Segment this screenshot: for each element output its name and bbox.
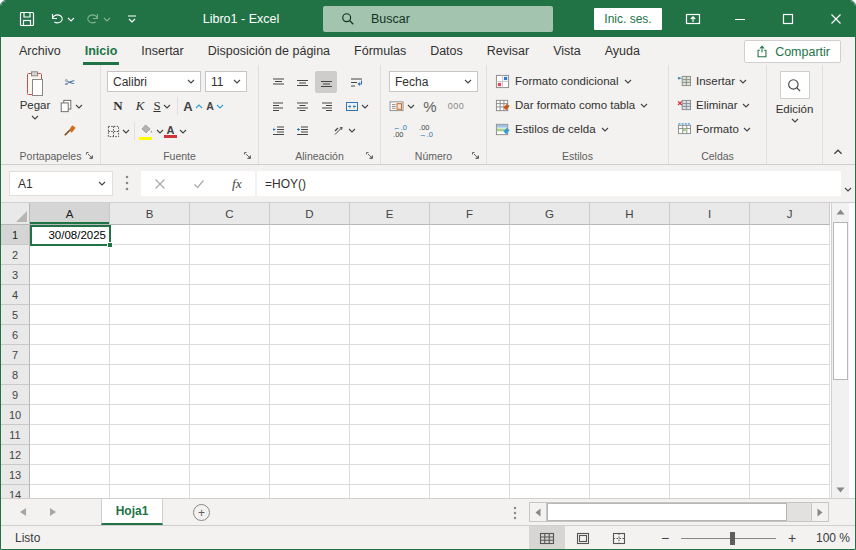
tab-inicio[interactable]: Inicio [73, 37, 130, 65]
zoom-out-button[interactable]: − [659, 530, 671, 546]
fill-color-button[interactable] [139, 120, 164, 142]
cell-D4[interactable] [270, 285, 350, 305]
cell-B7[interactable] [110, 345, 190, 365]
scroll-up-button[interactable] [832, 203, 849, 220]
cell-B3[interactable] [110, 265, 190, 285]
zoom-slider-thumb[interactable] [730, 532, 735, 545]
cell-I12[interactable] [670, 445, 750, 465]
cell-F7[interactable] [430, 345, 510, 365]
cell-C8[interactable] [190, 365, 270, 385]
row-header-9[interactable]: 9 [1, 385, 30, 405]
cell-J13[interactable] [750, 465, 830, 485]
cell-J12[interactable] [750, 445, 830, 465]
cell-C9[interactable] [190, 385, 270, 405]
cell-B2[interactable] [110, 245, 190, 265]
borders-button[interactable] [107, 120, 130, 142]
select-all-button[interactable] [1, 203, 30, 225]
cell-I9[interactable] [670, 385, 750, 405]
cell-E6[interactable] [350, 325, 430, 345]
cell-J6[interactable] [750, 325, 830, 345]
column-header-B[interactable]: B [110, 203, 190, 225]
font-name-dropdown[interactable]: Calibri [107, 71, 201, 92]
cell-I6[interactable] [670, 325, 750, 345]
cell-F12[interactable] [430, 445, 510, 465]
cell-H1[interactable] [590, 225, 670, 245]
cell-C11[interactable] [190, 425, 270, 445]
row-header-11[interactable]: 11 [1, 425, 30, 445]
cell-I14[interactable] [670, 485, 750, 498]
share-button[interactable]: Compartir [744, 40, 841, 63]
cell-G5[interactable] [510, 305, 590, 325]
cell-G7[interactable] [510, 345, 590, 365]
next-sheet-button[interactable] [49, 507, 57, 517]
cell-D7[interactable] [270, 345, 350, 365]
cell-E5[interactable] [350, 305, 430, 325]
cell-E10[interactable] [350, 405, 430, 425]
increase-decimals-button[interactable]: ←.0.00 [389, 120, 411, 142]
cell-A9[interactable] [30, 385, 110, 405]
cell-E7[interactable] [350, 345, 430, 365]
cell-A7[interactable] [30, 345, 110, 365]
cell-C3[interactable] [190, 265, 270, 285]
column-header-E[interactable]: E [350, 203, 430, 225]
cell-styles-button[interactable]: Estilos de celda [487, 117, 668, 141]
column-header-H[interactable]: H [590, 203, 670, 225]
delete-cells-button[interactable]: Eliminar [669, 93, 766, 117]
cell-C5[interactable] [190, 305, 270, 325]
cancel-icon[interactable] [154, 178, 166, 190]
cell-E11[interactable] [350, 425, 430, 445]
cell-C4[interactable] [190, 285, 270, 305]
orientation-button[interactable] [333, 119, 356, 141]
cell-A5[interactable] [30, 305, 110, 325]
name-box[interactable]: A1 [9, 171, 113, 196]
cell-J5[interactable] [750, 305, 830, 325]
cell-F3[interactable] [430, 265, 510, 285]
cell-E4[interactable] [350, 285, 430, 305]
cell-A1[interactable]: 30/08/2025 [30, 225, 110, 245]
insert-function-button[interactable]: fx [232, 176, 242, 192]
underline-button[interactable]: S [151, 95, 173, 117]
expand-formula-bar-button[interactable] [844, 181, 852, 195]
font-size-dropdown[interactable]: 11 [205, 71, 247, 92]
row-header-10[interactable]: 10 [1, 405, 30, 425]
cell-G14[interactable] [510, 485, 590, 498]
cell-F11[interactable] [430, 425, 510, 445]
cell-I10[interactable] [670, 405, 750, 425]
cell-C7[interactable] [190, 345, 270, 365]
cell-H13[interactable] [590, 465, 670, 485]
cell-J1[interactable] [750, 225, 830, 245]
cell-G2[interactable] [510, 245, 590, 265]
close-button[interactable] [817, 1, 855, 37]
cell-A4[interactable] [30, 285, 110, 305]
cell-C1[interactable] [190, 225, 270, 245]
cell-H5[interactable] [590, 305, 670, 325]
cell-G3[interactable] [510, 265, 590, 285]
cell-J2[interactable] [750, 245, 830, 265]
alignment-dialog-launcher[interactable] [364, 149, 376, 161]
column-header-A[interactable]: A [30, 203, 110, 225]
column-header-J[interactable]: J [750, 203, 830, 225]
cell-G12[interactable] [510, 445, 590, 465]
zoom-in-button[interactable]: + [786, 530, 798, 546]
cell-D6[interactable] [270, 325, 350, 345]
vertical-scrollbar[interactable] [831, 203, 849, 498]
insert-cells-button[interactable]: Insertar [669, 69, 766, 93]
cell-D9[interactable] [270, 385, 350, 405]
cell-H2[interactable] [590, 245, 670, 265]
cell-H6[interactable] [590, 325, 670, 345]
customize-quick-access-button[interactable] [119, 1, 145, 37]
horizontal-scroll-track[interactable] [547, 502, 811, 522]
scroll-right-button[interactable] [811, 502, 829, 522]
align-center-button[interactable] [291, 95, 313, 117]
cell-I7[interactable] [670, 345, 750, 365]
format-painter-button[interactable] [59, 121, 81, 139]
maximize-button[interactable] [771, 1, 805, 37]
cell-J10[interactable] [750, 405, 830, 425]
bold-button[interactable]: N [107, 95, 129, 117]
align-left-button[interactable] [267, 95, 289, 117]
formula-input[interactable]: =HOY() [257, 171, 841, 196]
cell-I1[interactable] [670, 225, 750, 245]
cell-B6[interactable] [110, 325, 190, 345]
cell-D1[interactable] [270, 225, 350, 245]
cell-H11[interactable] [590, 425, 670, 445]
